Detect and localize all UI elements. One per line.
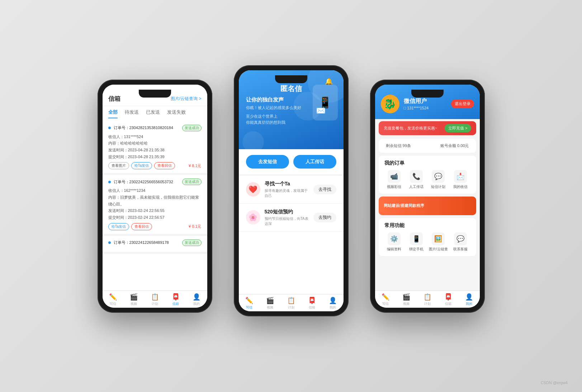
p2-title: 匿名信 — [280, 85, 302, 93]
video-mms-label: 视频彩信 — [387, 184, 401, 189]
mailbox-icon: 📮 — [172, 293, 180, 301]
order-video-mms[interactable]: 📹 视频彩信 — [384, 170, 404, 189]
mailbox-label: 信箱 — [172, 302, 179, 306]
order-2: 订单号：23022422566556053732 发送成功 收信人：162***… — [103, 175, 207, 236]
p2-nav-plan[interactable]: 📋 计划 — [280, 297, 301, 310]
find-btn[interactable]: 去寻找 — [313, 185, 336, 194]
p2-nav-video[interactable]: 🎬 视频 — [260, 297, 280, 310]
logout-btn[interactable]: 退出登录 — [451, 99, 474, 108]
p3-username: 微信用户 — [404, 98, 447, 105]
view-reply-btn-2[interactable]: 查看回信 — [131, 223, 152, 230]
hero-bell-icon: 🔔 — [325, 77, 333, 85]
order-3-header: 订单号：230224122658489178 发送成功 — [108, 240, 202, 246]
p2-write-icon: ✏️ — [245, 297, 253, 304]
p3-mine-icon: 👤 — [465, 293, 473, 301]
tab-failed[interactable]: 发送失败 — [167, 109, 186, 118]
order-3-dot — [108, 241, 111, 244]
nav-plan[interactable]: 📋 计划 — [144, 293, 165, 306]
p1-content: 订单号：23042821353810820184 发送成功 收信人：131***… — [103, 118, 207, 291]
customer-service-icon: 💬 — [454, 232, 467, 245]
nav-write[interactable]: ✏️ 写信 — [103, 293, 123, 306]
reserve-btn[interactable]: 去预约 — [313, 213, 336, 222]
p3-nav-plan[interactable]: 📋 计划 — [417, 293, 437, 306]
phone-2-screen: 匿名信 📱 🔔 ✉️ 让你的独白发声 你瞧！被人记起的感觉多么美好 至少在这个世… — [239, 70, 344, 311]
p3-functions-section: 常用功能 ⚙️ 编辑资料 📱 绑定手机 🖼️ 图片/云链查 — [379, 218, 476, 256]
video-label: 视频 — [131, 302, 137, 306]
p3-mailbox-label: 信箱 — [445, 302, 451, 306]
order-1-price: ¥ 8.1元 — [189, 163, 201, 169]
func-bind-phone[interactable]: 📱 绑定手机 — [406, 232, 426, 252]
p3-video-label: 视频 — [403, 302, 410, 306]
p1-tabs: 全部 待发送 已发送 发送失败 — [103, 106, 207, 118]
tab-pending[interactable]: 待发送 — [125, 109, 139, 118]
order-2-content: 内容：旧梦犹美，虽未能实现，但我很欣慰它们能萦绕心田。 — [108, 194, 202, 207]
p3-nav-mailbox[interactable]: 📮 信箱 — [438, 293, 459, 306]
bind-phone-icon: 📱 — [410, 232, 423, 245]
p3-plan-icon: 📋 — [424, 293, 431, 301]
p3-banner-text: 网站建设/搭建同款程序 — [384, 203, 424, 208]
nav-mailbox[interactable]: 📮 信箱 — [165, 293, 186, 306]
p3-nav-write[interactable]: ✏️ 写信 — [375, 293, 396, 306]
order-sms-plan[interactable]: 💬 短信计划 — [429, 170, 449, 189]
send-ta-btn-1[interactable]: 给Ta发信 — [131, 162, 152, 169]
write-label: 写信 — [110, 302, 116, 306]
p2-card-1-desc: 探寻有趣的灵魂，发现属于自己 — [265, 188, 309, 198]
order-1: 订单号：23042821353810820184 发送成功 收信人：131***… — [103, 121, 207, 175]
plan-icon: 📋 — [151, 293, 159, 301]
p2-nav-profile[interactable]: 👤 我的 — [322, 297, 343, 310]
send-ta-btn-2[interactable]: 给Ta发信 — [108, 223, 129, 230]
phone-1: 信箱 图片/云链查询 > 全部 待发送 已发送 发送失败 订单号：2304282… — [98, 80, 212, 313]
scene: 信箱 图片/云链查询 > 全部 待发送 已发送 发送失败 订单号：2304282… — [0, 0, 582, 392]
hero-circle-3 — [242, 131, 264, 149]
order-human-call[interactable]: 📞 人工传话 — [406, 170, 426, 189]
p1-header-link[interactable]: 图片/云链查询 > — [171, 96, 202, 102]
p3-avatar: 🐉 — [381, 95, 399, 113]
p2-video-icon: 🎬 — [266, 297, 274, 304]
p3-write-label: 写信 — [382, 302, 389, 306]
p2-video-label: 视频 — [267, 305, 273, 310]
p3-nav-mine[interactable]: 👤 我的 — [459, 293, 479, 306]
notch-3 — [411, 90, 444, 98]
bind-phone-label: 绑定手机 — [409, 247, 424, 252]
my-inbox-icon: 📩 — [454, 170, 467, 183]
p3-banner[interactable]: 网站建设/搭建同款程序 — [379, 197, 476, 215]
order-2-actions: 给Ta发信 查看回信 ¥ 0.1元 — [108, 223, 202, 230]
nav-profile[interactable]: 👤 我的 — [186, 293, 207, 306]
order-my-inbox[interactable]: 📩 我的收信 — [450, 170, 470, 189]
p3-video-icon: 🎬 — [402, 293, 410, 301]
p2-nav-write[interactable]: ✏️ 写信 — [239, 297, 260, 310]
customer-service-label: 联系客服 — [453, 247, 468, 252]
func-customer-service[interactable]: 💬 联系客服 — [450, 232, 470, 252]
nav-video[interactable]: 🎬 视频 — [123, 293, 144, 306]
p2-card-2-title: 520短信预约 — [265, 209, 309, 215]
p2-mailbox-label: 信箱 — [309, 305, 315, 310]
p3-promo-text: 充值套餐包，发送价格更实惠~ — [384, 126, 437, 131]
p3-mine-label: 我的 — [466, 302, 472, 306]
image-query-label: 图片/云链查 — [429, 247, 448, 252]
p2-card-1-title: 寻找一个Ta — [265, 181, 309, 187]
human-call-btn[interactable]: 人工传话 — [293, 155, 336, 169]
p2-profile-icon: 👤 — [329, 297, 337, 304]
order-2-status: 发送成功 — [182, 179, 202, 185]
p3-orders-title: 我的订单 — [384, 160, 470, 166]
view-image-btn[interactable]: 查看图片 — [108, 162, 129, 169]
edit-profile-icon: ⚙️ — [388, 232, 401, 245]
order-2-send-time: 发送时间：2023-02-24 22:56:55 — [108, 207, 202, 214]
p2-spacer — [239, 232, 344, 294]
p3-write-icon: ✏️ — [382, 293, 389, 301]
p3-orders-grid: 📹 视频彩信 📞 人工传话 💬 短信计划 📩 我的收信 — [384, 170, 470, 189]
tab-all[interactable]: 全部 — [108, 109, 118, 118]
order-1-content: 内容：哈哈哈哈哈哈哈 — [108, 140, 202, 147]
recharge-btn[interactable]: 立即充值 > — [445, 124, 471, 132]
p3-nav-video[interactable]: 🎬 视频 — [396, 293, 417, 306]
p2-card-1-body: 寻找一个Ta 探寻有趣的灵魂，发现属于自己 — [265, 181, 309, 198]
func-image-query[interactable]: 🖼️ 图片/云链查 — [429, 232, 449, 252]
phone-1-screen: 信箱 图片/云链查询 > 全部 待发送 已发送 发送失败 订单号：2304282… — [103, 85, 207, 308]
send-sms-btn[interactable]: 去发短信 — [246, 155, 289, 169]
write-icon: ✏️ — [109, 293, 117, 301]
view-reply-btn-1[interactable]: 查看回信 — [154, 162, 175, 169]
p2-nav-mailbox[interactable]: 📮 信箱 — [302, 297, 322, 310]
func-edit-profile[interactable]: ⚙️ 编辑资料 — [384, 232, 404, 252]
tab-sent[interactable]: 已发送 — [146, 109, 160, 118]
p3-user-info: 微信用户 □ 131****1524 — [404, 98, 447, 110]
